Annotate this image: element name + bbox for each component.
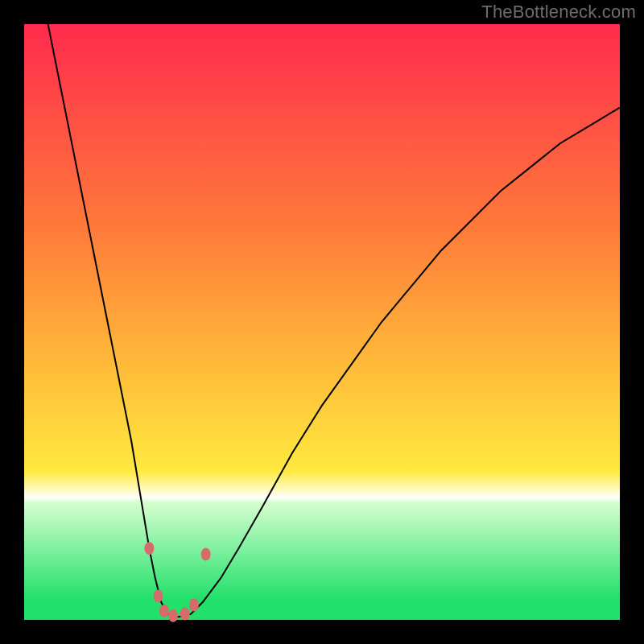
curve-layer <box>24 24 620 620</box>
curve-markers <box>144 542 210 622</box>
chart-frame: TheBottleneck.com <box>0 0 644 644</box>
curve-marker <box>180 608 190 621</box>
curve-marker <box>159 605 169 617</box>
bottleneck-curve <box>48 24 620 617</box>
curve-marker <box>168 609 178 622</box>
watermark-text: TheBottleneck.com <box>481 2 636 23</box>
curve-marker <box>201 548 211 561</box>
curve-marker <box>189 599 199 612</box>
curve-marker <box>154 589 163 602</box>
plot-gradient-area <box>24 24 620 620</box>
curve-marker <box>144 542 154 555</box>
